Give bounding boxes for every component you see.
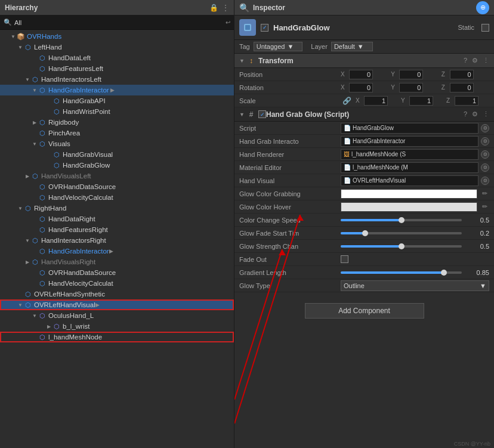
tree-label: HandInteractorsLeft: [41, 76, 101, 83]
tree-item-handdataright[interactable]: ▶ ⬡ HandDataRight: [0, 214, 234, 224]
settings-icon[interactable]: ⚙: [472, 110, 478, 118]
more-icon[interactable]: ⋮: [222, 4, 229, 12]
tree-item-handinteractorsleft[interactable]: ▼ ⬡ HandInteractorsLeft: [0, 74, 234, 85]
glow-fade-start-value: 0.2: [341, 230, 489, 237]
tree-item-handfeaturesright[interactable]: ▶ ⬡ HandFeaturesRight: [0, 224, 234, 235]
clear-search-icon[interactable]: ↩: [226, 19, 230, 26]
tree-item-handgrabvisual[interactable]: ▶ ⬡ HandGrabVisual: [0, 149, 234, 160]
layer-dropdown[interactable]: Default ▼: [331, 42, 373, 51]
leaf-arrow: ▶: [31, 195, 38, 200]
fade-out-checkbox[interactable]: [341, 255, 348, 263]
glow-color-grabbing-swatch[interactable]: [341, 189, 477, 199]
scale-y-input[interactable]: [409, 96, 433, 106]
tree-item-lhandmeshnode[interactable]: ▶ ⬡ l_handMeshNode: [0, 332, 234, 342]
glow-fade-start-label: Glow Fade Start Tim: [239, 230, 341, 237]
script-circle-btn[interactable]: ⊙: [481, 124, 489, 132]
glow-color-grabbing-label: Glow Color Grabbing: [239, 190, 341, 197]
script-obj-ref[interactable]: 📄 HandGrabGlow: [341, 123, 478, 134]
tree-item-handvelocity2[interactable]: ▶ ⬡ HandVelocityCalculat: [0, 278, 234, 289]
link-icon[interactable]: 🔗: [342, 97, 351, 105]
enabled-checkbox[interactable]: [261, 24, 268, 32]
tree-item-ovrhanddatasource1[interactable]: ▶ ⬡ OVRHandDataSource: [0, 181, 234, 192]
slider-fill: [341, 219, 402, 221]
glow-color-hover-label: Glow Color Hover: [239, 203, 341, 211]
position-x-input[interactable]: [349, 70, 373, 79]
tree-item-handgrabglow[interactable]: ▶ ⬡ HandGrabGlow: [0, 160, 234, 171]
glow-type-dropdown[interactable]: Outline ▼: [341, 280, 489, 291]
rotation-y-input[interactable]: [399, 83, 423, 92]
tree-item-handdataleft[interactable]: ▶ ⬡ HandDataLeft: [0, 52, 234, 63]
z-axis-label: Z: [446, 97, 453, 104]
pen-icon[interactable]: ✏: [480, 202, 489, 212]
tree-label: b_l_wrist: [63, 323, 89, 330]
tree-item-lefthand[interactable]: ▼ ⬡ LeftHand: [0, 42, 234, 52]
more-icon[interactable]: ⋮: [483, 110, 489, 118]
scale-x-input[interactable]: [364, 96, 388, 106]
gradient-length-slider[interactable]: [341, 271, 462, 274]
lock-icon[interactable]: 🔒: [209, 4, 218, 12]
material-editor-ref[interactable]: 📄 l_handMeshNode (M: [341, 162, 478, 173]
glow-fade-start-slider[interactable]: [341, 232, 462, 234]
tree-label: HandFeaturesLeft: [48, 65, 103, 72]
tag-dropdown[interactable]: Untagged ▼: [254, 42, 303, 51]
glow-strength-val: 0.5: [465, 243, 489, 250]
slider-fill: [341, 271, 444, 274]
cube-icon: ⬡: [38, 215, 47, 223]
static-checkbox[interactable]: [481, 24, 489, 32]
transform-section-header[interactable]: ▼ ↕ Transform ? ⚙ ⋮: [234, 54, 494, 68]
tree-item-ovrlefthandvisual[interactable]: ▼ ⬡ OVRLeftHandVisual ▶: [0, 299, 234, 310]
tree-item-handgrabapi[interactable]: ▶ ⬡ HandGrabAPI: [0, 95, 234, 106]
hand-grab-interactor-ref[interactable]: 📄 HandGrabInteractor: [341, 136, 478, 147]
tree-item-handvisualsleft[interactable]: ▶ ⬡ HandVisualsLeft: [0, 171, 234, 181]
help-icon[interactable]: ?: [464, 57, 467, 64]
cube-icon: ⬡: [38, 183, 47, 191]
tree-item-righthand[interactable]: ▼ ⬡ RightHand: [0, 203, 234, 214]
tree-item-handinteractorsright[interactable]: ▼ ⬡ HandInteractorsRight: [0, 235, 234, 246]
target-icon[interactable]: ⊕: [476, 1, 489, 14]
hand-renderer-ref[interactable]: 🖼 l_handMeshNode (S: [341, 149, 478, 160]
color-change-speed-slider[interactable]: [341, 219, 462, 221]
rotation-z-input[interactable]: [450, 83, 474, 92]
cube-icon: ⬡: [53, 97, 61, 105]
script-checkbox[interactable]: [258, 110, 266, 118]
slider-fill: [341, 245, 402, 248]
tree-item-blwrist[interactable]: ▶ ⬡ b_l_wrist: [0, 321, 234, 332]
scale-z-input[interactable]: [455, 96, 478, 106]
tree-item-handgrabinteractor1[interactable]: ▼ ⬡ HandGrabInteractor ▶: [0, 85, 234, 95]
interactor-circle-btn[interactable]: ⊙: [481, 137, 489, 146]
tree-label: HandDataRight: [48, 215, 95, 223]
tree-item-handvelocity1[interactable]: ▶ ⬡ HandVelocityCalculat: [0, 192, 234, 203]
add-component-button[interactable]: Add Component: [305, 303, 424, 319]
tree-item-handvisualsright[interactable]: ▶ ⬡ HandVisualsRight: [0, 257, 234, 267]
renderer-circle-btn[interactable]: ⊙: [481, 150, 489, 159]
tree-label: LeftHand: [34, 44, 62, 51]
tree-item-handwristpoint[interactable]: ▶ ⬡ HandWristPoint: [0, 106, 234, 117]
position-z-input[interactable]: [450, 70, 474, 79]
visual-circle-btn[interactable]: ⊙: [481, 177, 489, 185]
tree-item-handfeaturesleft[interactable]: ▶ ⬡ HandFeaturesLeft: [0, 63, 234, 74]
tree-item-rigidbody[interactable]: ▶ ⬡ Rigidbody: [0, 117, 234, 128]
tree-label: HandWristPoint: [63, 108, 110, 115]
material-circle-btn[interactable]: ⊙: [481, 163, 489, 172]
cube-icon: ⬡: [38, 268, 47, 277]
position-y-input[interactable]: [399, 70, 423, 79]
search-icon: 🔍: [4, 18, 12, 26]
script-section-header[interactable]: ▼ # Hand Grab Glow (Script) ? ⚙ ⋮: [234, 107, 494, 122]
tree-item-oculushandl[interactable]: ▼ ⬡ OculusHand_L: [0, 310, 234, 321]
settings-icon[interactable]: ⚙: [472, 57, 478, 64]
glow-strength-slider[interactable]: [341, 245, 462, 248]
tree-label: OVRHandDataSource: [48, 269, 116, 276]
rotation-x-input[interactable]: [349, 83, 373, 92]
hand-visual-ref[interactable]: 📄 OVRLeftHandVisual: [341, 175, 478, 186]
tree-item-pincharea[interactable]: ▶ ⬡ PinchArea: [0, 128, 234, 138]
help-icon[interactable]: ?: [464, 110, 467, 118]
glow-color-hover-swatch[interactable]: [341, 202, 477, 212]
tree-item-handgrabinteractor2[interactable]: ▶ ⬡ HandGrabInteractor ▶: [0, 246, 234, 257]
hierarchy-search-input[interactable]: [14, 19, 223, 26]
tree-item-visuals[interactable]: ▼ ⬡ Visuals: [0, 138, 234, 149]
tree-item-ovrhanddatasource2[interactable]: ▶ ⬡ OVRHandDataSource: [0, 267, 234, 278]
pen-icon[interactable]: ✏: [480, 189, 489, 199]
tree-item-ovrhead[interactable]: ▼ 📦 OVRHands: [0, 31, 234, 42]
more-icon[interactable]: ⋮: [483, 57, 489, 64]
tree-item-ovrlefthandsynthetic[interactable]: ▶ ⬡ OVRLeftHandSynthetic: [0, 289, 234, 299]
